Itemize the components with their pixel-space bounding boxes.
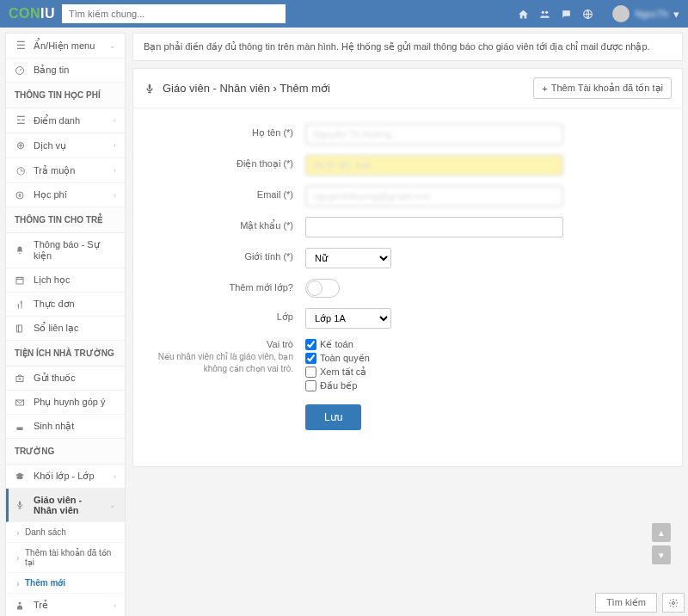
sidebar-sinhnhat[interactable]: Sinh nhật [6,415,125,439]
themlop-label: Thêm mới lớp? [150,279,305,293]
list-icon: ☲ [15,114,27,126]
calendar-icon [15,275,27,286]
topbar: CONIU NgocTh ▾ [0,0,688,28]
food-icon [15,299,27,310]
alert-text: Bạn phải điền đầy đủ thông tin trên màn … [144,41,650,52]
comment-icon[interactable] [561,9,572,20]
chevron-left-icon: ‹ [114,166,116,175]
form-body: Họ tên (*) Điện thoại (*) Email (*) Mật … [133,108,682,466]
panel-title: Giáo viên - Nhân viên › Thêm mới [163,82,533,95]
dienthoai-input[interactable] [305,155,563,176]
brand-con: CON [9,6,40,21]
chevron-left-icon: ‹ [114,116,116,125]
chevron-down-icon: ⌄ [109,41,116,50]
role-daubep-checkbox[interactable] [305,380,316,391]
book-icon [15,323,27,334]
sidebar-dichvu[interactable]: ⊕ Dịch vụ ‹ [6,133,125,158]
themlop-toggle[interactable] [305,279,340,298]
matkhau-input[interactable] [305,217,563,237]
sidebar-solienlac[interactable]: Sổ liên lạc [6,317,125,341]
sidebar-lichhoc[interactable]: Lịch học [6,268,125,293]
top-icons: NgocTh ▾ [518,5,679,22]
lop-label: Lớp [150,308,305,323]
sidebar-sub-danhsach[interactable]: Danh sách [6,522,125,543]
bottombar-search[interactable]: Tìm kiếm [595,593,657,613]
sidebar-dashboard[interactable]: Bảng tin [6,59,125,83]
sidebar-guithuoc[interactable]: Gửi thuốc [6,367,125,391]
avatar [612,5,630,22]
sidebar-khoilop[interactable]: Khối lớp - Lớp ‹ [6,465,125,489]
role-ketoan-label: Kế toán [320,339,353,350]
sidebar: ☰ Ẩn/Hiện menu ⌄ Bảng tin THÔNG TIN HỌC … [5,33,126,616]
sidebar-toggle[interactable]: ☰ Ẩn/Hiện menu ⌄ [6,34,125,59]
role-daubep-label: Đầu bếp [320,380,357,391]
plus-icon: + [542,83,547,94]
email-input[interactable] [305,186,563,206]
user-menu[interactable]: NgocTh ▾ [612,5,679,22]
bottombar: Tìm kiếm [592,589,688,616]
gear-icon [668,598,679,608]
sidebar-tre[interactable]: Trẻ ‹ [6,594,125,616]
users-icon[interactable] [539,9,550,20]
scroll-up-button[interactable]: ▴ [652,523,671,542]
save-button[interactable]: Lưu [305,404,361,430]
sidebar-group-truong: TRƯỜNG [6,439,125,465]
sidebar-tramuon[interactable]: ◷ Trả muộn ‹ [6,158,125,183]
clock-icon: ◷ [15,164,27,176]
chevron-down-icon: ⌄ [109,501,116,509]
mic-icon [15,500,27,510]
gioitinh-select[interactable]: Nữ [305,248,391,268]
chevron-left-icon: ‹ [114,191,116,200]
svg-point-9 [19,601,22,604]
hoten-input[interactable] [305,124,563,145]
money-icon [15,190,27,200]
dienthoai-label: Điện thoại (*) [150,155,305,169]
sidebar-phgopy[interactable]: Phụ huynh góp ý [6,391,125,415]
sidebar-diemdanh[interactable]: ☲ Điểm danh ‹ [6,108,125,133]
caret-down-icon: ▾ [673,8,679,21]
medkit-icon [15,373,27,384]
globe-icon: ⊕ [15,139,27,151]
globe-icon[interactable] [582,9,593,20]
role-toanquyen-checkbox[interactable] [305,353,316,364]
sidebar-thucdon[interactable]: Thực đơn [6,293,125,317]
role-xemtatca-checkbox[interactable] [305,367,316,378]
sidebar-sub-themmoi[interactable]: Thêm mới [6,573,125,594]
sidebar-sub-themtk[interactable]: Thêm tài khoản đã tồn tại [6,543,125,573]
svg-rect-8 [19,502,21,506]
svg-point-0 [542,10,544,13]
bottombar-settings[interactable] [662,593,685,613]
chevron-left-icon: ‹ [114,141,116,150]
toggle-knob [307,280,322,296]
search-input[interactable] [62,4,286,23]
role-row-toanquyen: Toàn quyền [305,353,563,364]
cake-icon [15,422,27,432]
sidebar-thongbao[interactable]: Thông báo - Sự kiện [6,233,125,268]
role-ketoan-checkbox[interactable] [305,339,316,350]
sidebar-hocphi[interactable]: Học phí ‹ [6,183,125,207]
lop-select[interactable]: Lớp 1A [305,308,391,329]
role-row-ketoan: Kế toán [305,339,563,350]
brand-logo[interactable]: CONIU [9,6,55,22]
mic-icon [144,83,156,95]
role-row-daubep: Đầu bếp [305,380,563,391]
role-toanquyen-label: Toàn quyền [320,353,370,364]
role-xemtatca-label: Xem tất cả [320,367,366,378]
scroll-down-button[interactable]: ▾ [652,545,671,564]
add-existing-button[interactable]: + Thêm Tài khoản đã tồn tại [533,77,672,99]
sidebar-giaovien[interactable]: Giáo viên - Nhân viên ⌄ [6,489,125,522]
child-icon [15,601,27,611]
panel-header: Giáo viên - Nhân viên › Thêm mới + Thêm … [133,69,682,108]
scroll-buttons: ▴ ▾ [652,523,671,564]
vaitro-sub: Nếu nhân viên chỉ là giáo viên, bạn khôn… [150,351,293,375]
chevron-left-icon: ‹ [114,601,116,610]
gioitinh-label: Giới tính (*) [150,248,305,262]
svg-point-1 [546,10,549,13]
hoten-label: Họ tên (*) [150,124,305,139]
matkhau-label: Mật khẩu (*) [150,217,305,231]
chevron-left-icon: ‹ [114,472,116,481]
form-panel: Giáo viên - Nhân viên › Thêm mới + Thêm … [132,68,683,467]
content: Bạn phải điền đầy đủ thông tin trên màn … [132,33,683,467]
bell-icon [15,245,27,256]
home-icon[interactable] [518,9,529,20]
